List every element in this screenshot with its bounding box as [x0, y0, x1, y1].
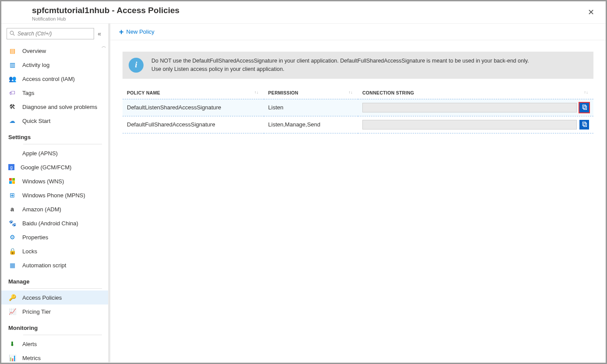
nav-label: Baidu (Android China): [22, 220, 78, 227]
sort-icon: ↑↓: [254, 90, 259, 94]
nav-label: Alerts: [22, 341, 37, 347]
svg-line-1: [13, 34, 14, 35]
nav-baidu[interactable]: 🐾Baidu (Android China): [1, 216, 108, 230]
search-icon: [10, 31, 15, 37]
nav-automation[interactable]: ▦Automation script: [1, 258, 108, 272]
search-input[interactable]: [18, 31, 91, 37]
nav-activity-log[interactable]: ▥Activity log: [1, 58, 108, 72]
nav-label: Windows (WNS): [22, 178, 64, 185]
nav-label: Automation script: [22, 262, 66, 269]
amazon-icon: a: [8, 205, 16, 213]
policy-table: POLICY NAME↑↓ PERMISSION↑↓ CONNECTION ST…: [123, 87, 593, 133]
info-line-2: Use only Listen access policy in your cl…: [151, 65, 529, 74]
iam-icon: 👥: [8, 75, 16, 83]
nav-tags[interactable]: 🏷Tags: [1, 86, 108, 100]
nav-heading-monitoring: Monitoring: [1, 320, 108, 334]
nav-heading-settings: Settings: [1, 130, 108, 143]
nav-pricing-tier[interactable]: 📈Pricing Tier: [1, 304, 108, 318]
nav-label: Google (GCM/FCM): [21, 164, 71, 171]
pricing-icon: 📈: [8, 308, 16, 315]
connection-string-field[interactable]: [362, 103, 577, 112]
locks-icon: 🔒: [8, 247, 16, 255]
nav-access-control[interactable]: 👥Access control (IAM): [1, 72, 108, 86]
permission-cell: Listen: [264, 99, 358, 116]
sort-icon: ↑↓: [348, 90, 353, 94]
copy-icon: [582, 122, 587, 127]
nav-alerts[interactable]: ⬇Alerts: [1, 337, 108, 351]
nav-label: Activity log: [22, 62, 49, 68]
svg-rect-4: [9, 181, 12, 184]
automation-icon: ▦: [8, 261, 16, 269]
permission-cell: Listen,Manage,Send: [264, 116, 358, 133]
nav-label: Access control (IAM): [22, 76, 75, 82]
table-row[interactable]: DefaultFullSharedAccessSignature Listen,…: [123, 116, 593, 133]
nav-properties[interactable]: ⚙Properties: [1, 230, 108, 244]
winphone-icon: ⊞: [8, 191, 16, 199]
page-title: spfcmtutorial1nhub - Access Policies: [32, 6, 179, 15]
table-row[interactable]: DefaultListenSharedAccessSignature Liste…: [123, 99, 593, 116]
quickstart-icon: ☁: [8, 117, 16, 125]
nav-label: Diagnose and solve problems: [22, 104, 97, 110]
col-label: CONNECTION STRING: [362, 90, 414, 95]
svg-rect-9: [583, 123, 586, 126]
copy-button[interactable]: [579, 120, 589, 130]
nav-label: Quick Start: [22, 118, 50, 124]
svg-rect-5: [12, 181, 15, 184]
diagnose-icon: 🛠: [8, 103, 16, 111]
plus-icon: +: [119, 29, 124, 35]
new-policy-label: New Policy: [126, 28, 154, 35]
connection-string-field[interactable]: [362, 120, 577, 130]
activitylog-icon: ▥: [8, 61, 16, 69]
nav-google[interactable]: gGoogle (GCM/FCM): [1, 160, 108, 174]
svg-rect-6: [582, 105, 586, 108]
nav-label: Metrics: [22, 355, 41, 361]
nav-windows-phone[interactable]: ⊞Windows Phone (MPNS): [1, 188, 108, 202]
google-icon: g: [8, 164, 14, 170]
close-icon[interactable]: ✕: [584, 6, 598, 19]
apple-icon: [8, 149, 16, 157]
baidu-icon: 🐾: [8, 219, 16, 227]
svg-rect-8: [582, 122, 586, 126]
nav-amazon[interactable]: aAmazon (ADM): [1, 202, 108, 216]
overview-icon: ▤: [8, 47, 16, 55]
key-icon: 🔑: [8, 294, 16, 301]
sidebar: « ︿ ▤Overview ▥Activity log 👥Access cont…: [1, 24, 109, 362]
nav-quick-start[interactable]: ☁Quick Start: [1, 114, 108, 128]
nav-label: Windows Phone (MPNS): [22, 192, 85, 199]
copy-button[interactable]: [579, 103, 589, 112]
collapse-sidebar-icon[interactable]: «: [96, 30, 103, 37]
svg-rect-7: [583, 106, 586, 109]
nav-label: Tags: [22, 90, 34, 96]
nav-heading-manage: Manage: [1, 274, 108, 287]
info-line-1: Do NOT use the DefaultFullSharedAccessSi…: [151, 57, 529, 65]
nav-label: Overview: [22, 48, 46, 54]
nav-locks[interactable]: 🔒Locks: [1, 244, 108, 258]
search-box[interactable]: [7, 28, 94, 39]
col-label: POLICY NAME: [127, 90, 160, 95]
svg-rect-2: [9, 178, 12, 181]
nav-label: Properties: [22, 234, 48, 241]
nav-windows[interactable]: Windows (WNS): [1, 174, 108, 188]
nav-access-policies[interactable]: 🔑Access Policies: [1, 290, 108, 304]
nav-metrics[interactable]: 📊Metrics: [1, 351, 108, 362]
nav-diagnose[interactable]: 🛠Diagnose and solve problems: [1, 100, 108, 114]
nav-label: Amazon (ADM): [22, 206, 61, 213]
windows-icon: [8, 177, 16, 185]
policy-name-cell: DefaultListenSharedAccessSignature: [123, 99, 264, 116]
metrics-icon: 📊: [8, 354, 16, 362]
svg-rect-3: [12, 178, 15, 181]
col-connection-string[interactable]: CONNECTION STRING↑↓: [358, 87, 593, 99]
new-policy-button[interactable]: + New Policy: [116, 27, 157, 37]
properties-icon: ⚙: [8, 233, 16, 241]
info-icon: i: [129, 58, 144, 73]
nav-label: Locks: [22, 248, 37, 255]
col-permission[interactable]: PERMISSION↑↓: [264, 87, 358, 99]
main-pane: + New Policy i Do NOT use the DefaultFul…: [109, 24, 606, 362]
alerts-icon: ⬇: [8, 340, 16, 348]
nav-label: Pricing Tier: [22, 308, 51, 315]
scroll-up-icon[interactable]: ︿: [102, 43, 106, 49]
col-policy-name[interactable]: POLICY NAME↑↓: [123, 87, 264, 99]
nav-apple[interactable]: Apple (APNS): [1, 146, 108, 160]
command-bar: + New Policy: [110, 24, 606, 40]
nav-overview[interactable]: ▤Overview: [1, 44, 108, 58]
